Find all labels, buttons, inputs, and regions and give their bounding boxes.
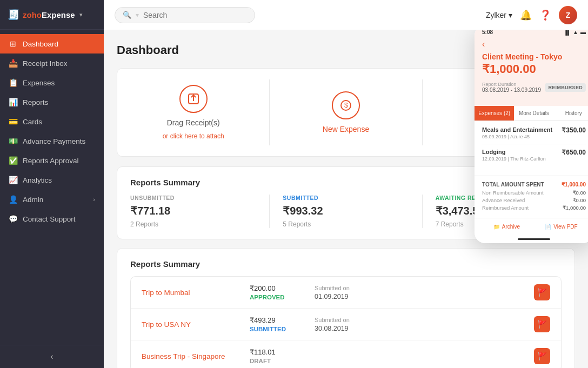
expense-name: Lodging bbox=[482, 149, 546, 155]
sidebar-item-cards[interactable]: 💳 Cards bbox=[0, 112, 104, 131]
sub-total-row: Advance Received ₹0.00 bbox=[482, 197, 586, 203]
report-flag-icon[interactable]: 🚩 bbox=[534, 284, 550, 300]
sidebar-item-analytics[interactable]: 📈 Analytics bbox=[0, 170, 104, 190]
mobile-footer: 📁 Archive 📄 View PDF bbox=[475, 218, 588, 235]
new-expense-label: New Expense bbox=[323, 125, 369, 133]
analytics-icon: 📈 bbox=[9, 176, 17, 184]
sidebar-navigation: ⊞ Dashboard 📥 Receipt Inbox 📋 Expenses 📊… bbox=[0, 30, 104, 345]
stat-unsubmitted-count: 2 Reports bbox=[130, 220, 256, 228]
table-row[interactable]: Trip to USA NY ₹493.29 SUBMITTED Submitt… bbox=[131, 309, 561, 340]
expand-arrow-icon: › bbox=[93, 196, 95, 203]
sidebar-item-receipt-inbox[interactable]: 📥 Receipt Inbox bbox=[0, 53, 104, 73]
sub-total-row: Reimbursed Amount ₹1,000.00 bbox=[482, 205, 586, 211]
report-amount: ₹493.29 bbox=[250, 316, 315, 324]
page-content: Dashboard ▶ Getting Started Drag Receipt… bbox=[104, 30, 588, 368]
reports-icon: 📊 bbox=[9, 98, 17, 106]
sidebar-item-label: Reports Approval bbox=[23, 157, 79, 165]
report-amount-status: ₹200.00 APPROVED bbox=[250, 284, 315, 300]
expense-amount: ₹650.00 bbox=[562, 149, 586, 162]
sidebar-item-expenses[interactable]: 📋 Expenses bbox=[0, 73, 104, 92]
mobile-meta: Report Duration 03.08.2019 - 13.09.2019 … bbox=[482, 82, 586, 93]
search-input[interactable] bbox=[143, 11, 247, 19]
cards-icon: 💳 bbox=[9, 117, 17, 126]
org-chevron-icon: ▾ bbox=[509, 11, 512, 19]
tab-more-details[interactable]: More Details bbox=[514, 106, 553, 121]
sidebar-item-reports-approval[interactable]: ✅ Reports Approval bbox=[0, 151, 104, 170]
app-logo[interactable]: 🧾 zohoExpense ▾ bbox=[0, 0, 104, 30]
expense-amount: ₹350.00 bbox=[562, 126, 586, 139]
list-item: Meals and Entertainment 05.09.2019 | Azu… bbox=[482, 126, 586, 144]
mobile-preview: 5:08 ▐▌ ▲ ▬ ‹ Client Meeting - Tokyo ₹1,… bbox=[475, 30, 588, 243]
tab-expenses[interactable]: Expenses (2) bbox=[475, 106, 514, 121]
view-pdf-button[interactable]: 📄 View PDF bbox=[537, 224, 586, 230]
search-icon: 🔍 bbox=[123, 11, 131, 19]
report-submitted-info: Submitted on 01.09.2019 bbox=[315, 285, 534, 300]
report-submitted-info bbox=[315, 356, 534, 357]
sub-total-row: Non Reimbursable Amount ₹0.00 bbox=[482, 190, 586, 196]
report-name: Trip to Mumbai bbox=[142, 289, 250, 297]
table-row[interactable]: Business Trip - Singapore ₹118.01 DRAFT … bbox=[131, 340, 561, 368]
tab-history[interactable]: History bbox=[554, 106, 588, 121]
table-row[interactable]: Trip to Mumbai ₹200.00 APPROVED Submitte… bbox=[131, 277, 561, 309]
sub-amount: ₹0.00 bbox=[573, 197, 586, 203]
mobile-expenses-list: Meals and Entertainment 05.09.2019 | Azu… bbox=[475, 121, 588, 176]
svg-text:$: $ bbox=[344, 102, 348, 109]
sidebar-item-reports[interactable]: 📊 Reports bbox=[0, 92, 104, 112]
report-name: Trip to USA NY bbox=[142, 320, 250, 329]
stat-submitted-label: SUBMITTED bbox=[283, 195, 409, 201]
report-amount: ₹118.01 bbox=[250, 348, 315, 356]
help-icon[interactable]: ❓ bbox=[539, 9, 551, 21]
notifications-icon[interactable]: 🔔 bbox=[520, 9, 532, 21]
search-box[interactable]: 🔍 ▾ bbox=[115, 7, 255, 23]
collapse-icon: ‹ bbox=[50, 352, 53, 362]
mobile-home-indicator bbox=[475, 235, 588, 243]
chevron-down-icon: ▾ bbox=[79, 11, 83, 18]
sidebar-item-label: Receipt Inbox bbox=[23, 59, 68, 68]
mobile-totals: TOTAL AMOUNT SPENT ₹1,000.00 Non Reimbur… bbox=[475, 176, 588, 218]
avatar[interactable]: Z bbox=[559, 6, 577, 24]
mobile-time: 5:08 bbox=[482, 30, 493, 35]
total-amount: ₹1,000.00 bbox=[562, 182, 586, 188]
drag-receipt-label: Drag Receipt(s) bbox=[167, 118, 220, 127]
total-amount-row: TOTAL AMOUNT SPENT ₹1,000.00 bbox=[482, 182, 586, 188]
list-item: Lodging 12.09.2019 | The Ritz-Carlton ₹6… bbox=[482, 149, 586, 166]
sidebar-item-contact-support[interactable]: 💬 Contact Support bbox=[0, 209, 104, 229]
report-amount-status: ₹493.29 SUBMITTED bbox=[250, 316, 315, 332]
archive-button[interactable]: 📁 Archive bbox=[482, 224, 531, 230]
new-expense-action[interactable]: $ New Expense bbox=[270, 79, 422, 145]
total-label: TOTAL AMOUNT SPENT bbox=[482, 182, 544, 188]
expenses-icon: 📋 bbox=[9, 78, 17, 87]
mobile-body: ‹ Client Meeting - Tokyo ₹1,000.00 Repor… bbox=[475, 37, 588, 106]
admin-icon: 👤 bbox=[9, 195, 17, 204]
stat-submitted: SUBMITTED ₹993.32 5 Reports bbox=[283, 195, 422, 228]
mobile-status-icons: ▐▌ ▲ ▬ bbox=[564, 30, 586, 35]
sub-label: Advance Received bbox=[482, 197, 525, 203]
archive-icon: 📁 bbox=[493, 224, 500, 230]
stat-submitted-value: ₹993.32 bbox=[283, 204, 409, 217]
report-amount-status: ₹118.01 DRAFT bbox=[250, 348, 315, 364]
contact-support-icon: 💬 bbox=[9, 215, 17, 223]
report-flag-icon[interactable]: 🚩 bbox=[534, 348, 550, 364]
sidebar-collapse-button[interactable]: ‹ bbox=[0, 345, 104, 368]
sidebar-item-dashboard[interactable]: ⊞ Dashboard bbox=[0, 34, 104, 53]
mobile-report-title: Client Meeting - Tokyo bbox=[482, 52, 586, 61]
sidebar-item-admin[interactable]: 👤 Admin › bbox=[0, 190, 104, 209]
search-divider: ▾ bbox=[136, 11, 139, 19]
back-button[interactable]: ‹ bbox=[482, 37, 586, 52]
header: 🔍 ▾ Zylker ▾ 🔔 ❓ Z bbox=[104, 0, 588, 30]
report-flag-icon[interactable]: 🚩 bbox=[534, 316, 550, 332]
sub-amount: ₹0.00 bbox=[573, 190, 586, 196]
expense-date: 12.09.2019 | The Ritz-Carlton bbox=[482, 156, 546, 162]
drag-receipt-action[interactable]: Drag Receipt(s) or click here to attach bbox=[117, 79, 270, 145]
stat-unsubmitted-label: UNSUBMITTED bbox=[130, 195, 256, 201]
signal-icon: ▐▌ bbox=[564, 30, 571, 35]
sub-label: Non Reimbursable Amount bbox=[482, 190, 544, 196]
sidebar-item-label: Cards bbox=[23, 118, 42, 126]
receipt-inbox-icon: 📥 bbox=[9, 59, 17, 68]
drag-receipt-sub: or click here to attach bbox=[163, 132, 224, 140]
sidebar-item-advance-payments[interactable]: 💵 Advance Payments bbox=[0, 131, 104, 151]
expense-name: Meals and Entertainment bbox=[482, 126, 552, 133]
status-badge: DRAFT bbox=[250, 358, 315, 364]
org-selector[interactable]: Zylker ▾ bbox=[486, 11, 512, 19]
report-duration-label: Report Duration bbox=[482, 82, 541, 87]
